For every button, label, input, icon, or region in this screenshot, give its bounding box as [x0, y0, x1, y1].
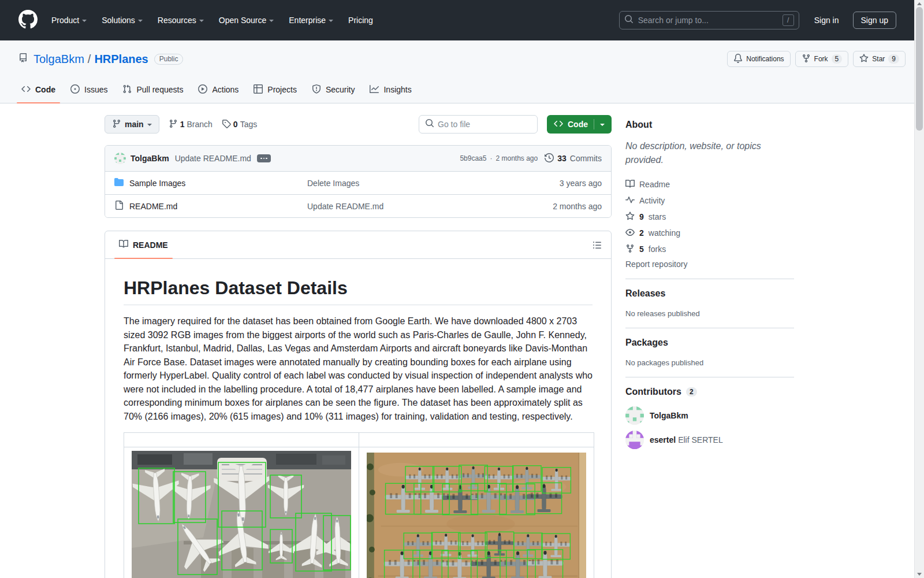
notifications-button[interactable]: Notifications	[727, 51, 790, 67]
file-name-cell[interactable]: Sample Images	[114, 177, 307, 188]
browser-scrollbar[interactable]	[914, 0, 924, 578]
packages-section: Packages No packages published	[625, 328, 794, 377]
about-description: No description, website, or topics provi…	[625, 139, 794, 167]
nav-item-solutions[interactable]: Solutions	[102, 16, 143, 25]
sidebar: About No description, website, or topics…	[625, 115, 794, 578]
commit-author[interactable]: TolgaBkm	[131, 154, 169, 163]
file-name[interactable]: README.md	[129, 202, 177, 211]
file-name-cell[interactable]: README.md	[114, 201, 307, 212]
releases-title[interactable]: Releases	[625, 288, 794, 299]
scrollbar-up-arrow[interactable]	[917, 2, 922, 5]
tab-issues[interactable]: Issues	[66, 76, 112, 103]
slash-shortcut-key: /	[783, 14, 794, 26]
outline-icon[interactable]	[588, 236, 606, 254]
branch-selector[interactable]: main	[105, 115, 159, 134]
repo-owner-link[interactable]: TolgaBkm	[33, 53, 84, 66]
commit-history-link[interactable]: 33 Commits	[545, 153, 602, 164]
readme-tab[interactable]: README	[114, 231, 173, 258]
pulse-icon	[625, 195, 635, 206]
nav-label: Open Source	[219, 16, 267, 25]
nav-item-enterprise[interactable]: Enterprise	[289, 16, 333, 25]
contributors-title: Contributors 2	[625, 387, 794, 397]
top-navigation: Product Solutions Resources Open Source …	[0, 0, 924, 40]
file-commit-message[interactable]: Delete Images	[307, 179, 532, 188]
file-commit-message[interactable]: Update README.md	[307, 202, 532, 211]
star-icon	[859, 54, 869, 65]
sample-image-boneyard[interactable]	[367, 453, 586, 578]
sign-in-link[interactable]: Sign in	[814, 16, 839, 25]
watching-count: 2	[639, 228, 644, 238]
watching-label: watching	[649, 228, 680, 238]
tags-word: Tags	[240, 120, 258, 129]
file-name[interactable]: Sample Images	[129, 179, 185, 188]
readme-card: README HRPlanes Dataset Details The imag…	[105, 231, 612, 578]
tab-insights[interactable]: Insights	[365, 76, 416, 103]
tab-projects[interactable]: Projects	[249, 76, 301, 103]
table-row[interactable]: README.md Update README.md 2 months ago	[105, 194, 611, 217]
commit-message[interactable]: Update README.md	[175, 154, 251, 163]
go-to-file-box[interactable]	[419, 115, 538, 134]
kebab-icon[interactable]	[257, 154, 271, 162]
releases-section: Releases No releases published	[625, 279, 794, 328]
chevron-down-icon	[199, 20, 204, 22]
nav-label: Product	[51, 16, 79, 25]
tags-link[interactable]: 0 Tags	[222, 119, 257, 130]
table-icon	[254, 84, 263, 95]
packages-title[interactable]: Packages	[625, 338, 794, 348]
contributor-login[interactable]: TolgaBkm	[650, 411, 688, 420]
activity-link[interactable]: Activity	[625, 192, 794, 209]
contributors-heading[interactable]: Contributors	[625, 387, 681, 397]
nav-item-product[interactable]: Product	[51, 16, 87, 25]
search-icon	[624, 14, 634, 26]
repo-header: TolgaBkm / HRPlanes Public Notifications…	[0, 40, 924, 103]
stars-count: 9	[639, 212, 644, 221]
stars-label: stars	[649, 212, 666, 221]
fork-icon	[625, 244, 635, 255]
commits-word: Commits	[570, 154, 602, 163]
tab-pull-requests[interactable]: Pull requests	[118, 76, 188, 103]
sample-image-airport[interactable]	[132, 451, 351, 578]
nav-item-pricing[interactable]: Pricing	[348, 16, 373, 25]
latest-commit-bar: TolgaBkm Update README.md 5b9caa5 · 2 mo…	[105, 146, 611, 171]
readme-link[interactable]: Readme	[625, 176, 794, 192]
global-search[interactable]: /	[619, 11, 799, 29]
scrollbar-down-arrow[interactable]	[917, 573, 922, 576]
repo-name-link[interactable]: HRPlanes	[94, 53, 148, 66]
nav-item-open-source[interactable]: Open Source	[219, 16, 274, 25]
code-icon	[554, 119, 563, 130]
branches-link[interactable]: 1 Branch	[169, 119, 213, 130]
report-repository-link[interactable]: Report repository	[625, 260, 687, 269]
avatar[interactable]	[114, 153, 126, 164]
repo-tabs: Code Issues Pull requests Actions Projec…	[0, 76, 924, 103]
pull-request-icon	[122, 84, 132, 95]
search-input[interactable]	[638, 16, 778, 25]
list-item[interactable]: esertelElif SERTEL	[625, 431, 794, 449]
sign-up-button[interactable]: Sign up	[853, 12, 896, 29]
go-to-file-input[interactable]	[438, 120, 531, 129]
star-label: Star	[872, 55, 885, 63]
github-logo-icon[interactable]	[18, 10, 38, 31]
shield-icon	[312, 84, 321, 95]
fork-button[interactable]: Fork 5	[795, 51, 849, 67]
tab-code[interactable]: Code	[17, 76, 60, 103]
tab-label: Projects	[267, 85, 297, 94]
nav-label: Solutions	[102, 16, 135, 25]
contributor-login[interactable]: esertel	[650, 435, 676, 444]
tab-label: Code	[35, 85, 55, 94]
scrollbar-thumb[interactable]	[916, 7, 923, 131]
list-item[interactable]: TolgaBkm	[625, 406, 794, 425]
nav-item-resources[interactable]: Resources	[158, 16, 204, 25]
watching-link[interactable]: 2 watching	[625, 225, 794, 241]
forks-link[interactable]: 5 forks	[625, 241, 794, 257]
chevron-down-icon	[329, 20, 333, 22]
star-button[interactable]: Star 9	[853, 51, 906, 67]
repo-separator: /	[88, 53, 91, 66]
search-icon	[425, 118, 434, 130]
tab-security[interactable]: Security	[307, 76, 360, 103]
tab-actions[interactable]: Actions	[193, 76, 243, 103]
page-content: main 1 Branch 0 Tags Code	[0, 103, 924, 578]
table-row[interactable]: Sample Images Delete Images 3 years ago	[105, 171, 611, 194]
code-download-button[interactable]: Code	[547, 115, 612, 134]
commit-sha[interactable]: 5b9caa5	[460, 154, 486, 162]
stars-link[interactable]: 9 stars	[625, 209, 794, 225]
